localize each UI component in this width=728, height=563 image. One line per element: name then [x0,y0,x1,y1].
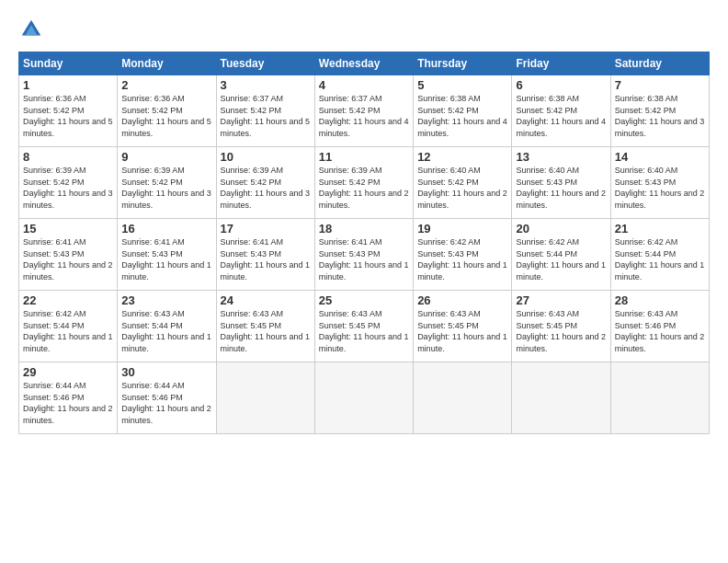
calendar-cell: 20 Sunrise: 6:42 AMSunset: 5:44 PMDaylig… [512,219,610,291]
calendar-cell: 17 Sunrise: 6:41 AMSunset: 5:43 PMDaylig… [216,219,314,291]
cell-info: Sunrise: 6:42 AMSunset: 5:43 PMDaylight:… [417,237,507,282]
calendar-cell: 30 Sunrise: 6:44 AMSunset: 5:46 PMDaylig… [118,362,216,434]
cell-info: Sunrise: 6:38 AMSunset: 5:42 PMDaylight:… [615,94,705,138]
day-number: 18 [319,222,409,236]
calendar-cell: 21 Sunrise: 6:42 AMSunset: 5:44 PMDaylig… [610,219,709,291]
calendar-cell: 11 Sunrise: 6:39 AMSunset: 5:42 PMDaylig… [314,147,413,219]
calendar-cell [414,362,512,434]
calendar-header-monday: Monday [118,52,216,75]
day-number: 30 [121,365,211,379]
cell-info: Sunrise: 6:43 AMSunset: 5:45 PMDaylight:… [417,309,507,353]
calendar-week-1: 1 Sunrise: 6:36 AMSunset: 5:42 PMDayligh… [19,75,710,147]
page: SundayMondayTuesdayWednesdayThursdayFrid… [0,0,728,563]
day-number: 15 [23,222,113,236]
cell-info: Sunrise: 6:40 AMSunset: 5:43 PMDaylight:… [516,166,606,210]
day-number: 6 [516,78,606,92]
day-number: 26 [417,293,507,307]
day-number: 12 [417,150,507,164]
day-number: 23 [121,293,211,307]
day-number: 13 [516,150,606,164]
day-number: 21 [615,222,705,236]
cell-info: Sunrise: 6:39 AMSunset: 5:42 PMDaylight:… [121,166,211,210]
day-number: 24 [221,293,311,307]
day-number: 3 [221,78,311,92]
calendar-cell: 9 Sunrise: 6:39 AMSunset: 5:42 PMDayligh… [118,147,216,219]
day-number: 19 [417,222,507,236]
calendar-cell: 14 Sunrise: 6:40 AMSunset: 5:43 PMDaylig… [610,147,709,219]
day-number: 10 [221,150,311,164]
calendar-cell: 16 Sunrise: 6:41 AMSunset: 5:43 PMDaylig… [118,219,216,291]
calendar-header-saturday: Saturday [610,52,709,75]
calendar-cell: 2 Sunrise: 6:36 AMSunset: 5:42 PMDayligh… [118,75,216,147]
calendar-cell [512,362,610,434]
day-number: 9 [121,150,211,164]
calendar-week-3: 15 Sunrise: 6:41 AMSunset: 5:43 PMDaylig… [19,219,710,291]
cell-info: Sunrise: 6:36 AMSunset: 5:42 PMDaylight:… [121,94,211,138]
cell-info: Sunrise: 6:41 AMSunset: 5:43 PMDaylight:… [121,237,211,282]
day-number: 17 [221,222,311,236]
calendar-cell: 5 Sunrise: 6:38 AMSunset: 5:42 PMDayligh… [414,75,512,147]
cell-info: Sunrise: 6:43 AMSunset: 5:46 PMDaylight:… [615,309,705,353]
cell-info: Sunrise: 6:38 AMSunset: 5:42 PMDaylight:… [417,94,507,138]
calendar-cell: 13 Sunrise: 6:40 AMSunset: 5:43 PMDaylig… [512,147,610,219]
cell-info: Sunrise: 6:39 AMSunset: 5:42 PMDaylight:… [23,166,113,210]
calendar-cell: 29 Sunrise: 6:44 AMSunset: 5:46 PMDaylig… [19,362,118,434]
day-number: 29 [23,365,113,379]
cell-info: Sunrise: 6:37 AMSunset: 5:42 PMDaylight:… [221,94,311,138]
cell-info: Sunrise: 6:39 AMSunset: 5:42 PMDaylight:… [221,166,311,210]
header [18,17,710,42]
cell-info: Sunrise: 6:42 AMSunset: 5:44 PMDaylight:… [516,237,606,282]
logo-icon [18,17,44,42]
day-number: 22 [23,293,113,307]
cell-info: Sunrise: 6:40 AMSunset: 5:43 PMDaylight:… [615,166,705,210]
cell-info: Sunrise: 6:37 AMSunset: 5:42 PMDaylight:… [319,94,409,138]
cell-info: Sunrise: 6:36 AMSunset: 5:42 PMDaylight:… [23,94,113,138]
calendar-cell: 12 Sunrise: 6:40 AMSunset: 5:42 PMDaylig… [414,147,512,219]
cell-info: Sunrise: 6:39 AMSunset: 5:42 PMDaylight:… [319,166,409,210]
calendar-cell: 23 Sunrise: 6:43 AMSunset: 5:44 PMDaylig… [118,291,216,362]
calendar-cell: 19 Sunrise: 6:42 AMSunset: 5:43 PMDaylig… [414,219,512,291]
calendar-header-sunday: Sunday [19,52,118,75]
calendar-cell: 7 Sunrise: 6:38 AMSunset: 5:42 PMDayligh… [610,75,709,147]
cell-info: Sunrise: 6:42 AMSunset: 5:44 PMDaylight:… [23,309,113,353]
cell-info: Sunrise: 6:41 AMSunset: 5:43 PMDaylight:… [221,237,311,282]
calendar-cell: 22 Sunrise: 6:42 AMSunset: 5:44 PMDaylig… [19,291,118,362]
day-number: 11 [319,150,409,164]
calendar-week-4: 22 Sunrise: 6:42 AMSunset: 5:44 PMDaylig… [19,291,710,362]
calendar-header-tuesday: Tuesday [216,52,314,75]
day-number: 1 [23,78,113,92]
calendar-cell: 25 Sunrise: 6:43 AMSunset: 5:45 PMDaylig… [314,291,413,362]
cell-info: Sunrise: 6:41 AMSunset: 5:43 PMDaylight:… [23,237,113,282]
calendar-cell [216,362,314,434]
calendar-week-5: 29 Sunrise: 6:44 AMSunset: 5:46 PMDaylig… [19,362,710,434]
calendar-cell: 27 Sunrise: 6:43 AMSunset: 5:45 PMDaylig… [512,291,610,362]
cell-info: Sunrise: 6:40 AMSunset: 5:42 PMDaylight:… [417,166,507,210]
calendar-cell [314,362,413,434]
day-number: 8 [23,150,113,164]
calendar-cell: 18 Sunrise: 6:41 AMSunset: 5:43 PMDaylig… [314,219,413,291]
calendar-header-row: SundayMondayTuesdayWednesdayThursdayFrid… [19,52,710,75]
logo [18,17,48,42]
cell-info: Sunrise: 6:44 AMSunset: 5:46 PMDaylight:… [23,381,113,425]
day-number: 4 [319,78,409,92]
calendar-header-friday: Friday [512,52,610,75]
calendar-cell: 15 Sunrise: 6:41 AMSunset: 5:43 PMDaylig… [19,219,118,291]
cell-info: Sunrise: 6:43 AMSunset: 5:44 PMDaylight:… [121,309,211,353]
day-number: 7 [615,78,705,92]
calendar: SundayMondayTuesdayWednesdayThursdayFrid… [18,52,710,434]
cell-info: Sunrise: 6:43 AMSunset: 5:45 PMDaylight:… [221,309,311,353]
calendar-cell: 24 Sunrise: 6:43 AMSunset: 5:45 PMDaylig… [216,291,314,362]
calendar-cell: 28 Sunrise: 6:43 AMSunset: 5:46 PMDaylig… [610,291,709,362]
day-number: 20 [516,222,606,236]
calendar-cell [610,362,709,434]
calendar-cell: 6 Sunrise: 6:38 AMSunset: 5:42 PMDayligh… [512,75,610,147]
calendar-header-wednesday: Wednesday [314,52,413,75]
day-number: 2 [121,78,211,92]
day-number: 16 [121,222,211,236]
calendar-cell: 10 Sunrise: 6:39 AMSunset: 5:42 PMDaylig… [216,147,314,219]
day-number: 27 [516,293,606,307]
cell-info: Sunrise: 6:44 AMSunset: 5:46 PMDaylight:… [121,381,211,425]
calendar-cell: 1 Sunrise: 6:36 AMSunset: 5:42 PMDayligh… [19,75,118,147]
calendar-cell: 8 Sunrise: 6:39 AMSunset: 5:42 PMDayligh… [19,147,118,219]
cell-info: Sunrise: 6:43 AMSunset: 5:45 PMDaylight:… [319,309,409,353]
